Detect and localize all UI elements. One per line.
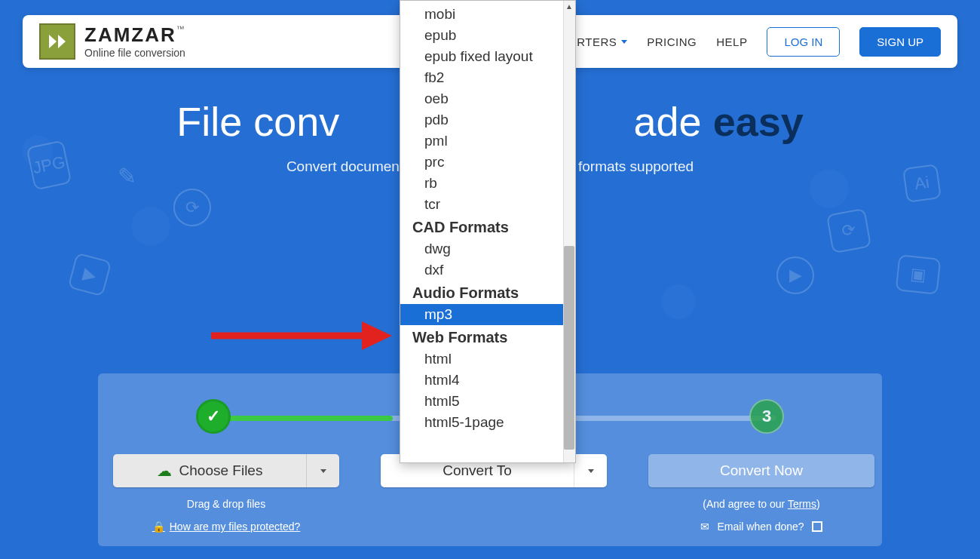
choose-files-label: Choose Files [179,462,263,479]
dropdown-option[interactable]: dxf [400,260,575,281]
dropdown-option[interactable]: html [400,349,575,370]
chevron-down-icon [588,469,594,473]
choose-files-button[interactable]: ☁ Choose Files [113,454,306,487]
hero-title-easy: easy [713,99,804,144]
scroll-up-icon[interactable]: ▲ [565,2,573,10]
brand-tagline: Online file conversion [84,48,185,58]
choose-files-dropdown[interactable] [306,454,339,487]
hero-subtitle-pre: Convert documents, [286,158,415,174]
signup-button[interactable]: SIGN UP [859,27,941,57]
envelope-icon: ✉ [700,521,709,533]
email-done-label: Email when done? [717,521,804,533]
dropdown-option[interactable]: mp3 [400,304,575,325]
dropdown-option[interactable]: prc [400,152,575,173]
scrollbar-thumb[interactable] [564,246,574,450]
files-protected-label: How are my files protected? [170,521,301,533]
deco-play2-icon: ▶ [776,256,814,294]
svg-marker-1 [362,321,392,350]
hero-title-pre: File conv [176,99,339,144]
agree-terms-text: (And agree to our Terms) [703,498,819,510]
dropdown-option[interactable]: epub fixed layout [400,46,575,67]
col-convert-to: Convert To [381,454,607,533]
chevron-down-icon [621,40,627,44]
dropdown-option[interactable]: fb2 [400,67,575,88]
cloud-upload-icon: ☁ [157,462,172,480]
nav-help[interactable]: HELP [716,35,747,48]
terms-link[interactable]: Terms [788,498,816,510]
dropdown-option[interactable]: mobi [400,4,575,25]
logo-mark-icon [39,23,75,60]
files-protected-link[interactable]: 🔒 How are my files protected? [152,521,301,533]
hero-title-mid: ade [634,99,702,144]
annotation-arrow-icon [211,317,392,355]
dropdown-option[interactable]: oeb [400,88,575,109]
logo[interactable]: ZAMZAR™ Online file conversion [39,23,185,60]
deco-refresh2-icon: ⟳ [826,208,871,253]
dropdown-list: mobiepubepub fixed layoutfb2oebpdbpmlprc… [400,1,575,462]
drag-drop-hint: Drag & drop files [187,498,265,510]
format-dropdown[interactable]: mobiepubepub fixed layoutfb2oebpdbpmlprc… [400,0,576,463]
chevron-down-icon [320,469,326,473]
dropdown-group-header: Audio Formats [400,281,575,304]
dropdown-option[interactable]: dwg [400,238,575,260]
lock-icon: 🔒 [152,521,165,533]
dropdown-group-header: CAD Formats [400,215,575,238]
main-nav: CONVERTERS PRICING HELP LOG IN SIGN UP [534,27,941,57]
col-convert-now: Convert Now (And agree to our Terms) ✉ E… [648,454,874,533]
dropdown-option[interactable]: tcr [400,194,575,215]
trademark: ™ [176,24,185,33]
dropdown-option[interactable]: rb [400,173,575,194]
email-done-row: ✉ Email when done? [700,521,822,533]
deco-image-icon: ▣ [896,254,942,295]
step-line-progress [204,416,393,421]
col-choose: ☁ Choose Files Drag & drop files 🔒 How a… [113,454,339,533]
brand-name: ZAMZAR [84,23,176,46]
convert-now-label: Convert Now [648,454,874,487]
choose-files-button-group: ☁ Choose Files [113,454,339,487]
convert-now-button[interactable]: Convert Now [648,454,874,487]
dropdown-group-header: Web Formats [400,325,575,349]
convert-to-dropdown[interactable] [574,454,607,487]
checkmark-icon: ✓ [207,407,220,426]
dropdown-option[interactable]: pdb [400,109,575,131]
hero-subtitle-post: + formats supported [566,158,694,174]
step-1-done: ✓ [196,399,231,434]
dropdown-option[interactable]: pml [400,131,575,152]
logo-text: ZAMZAR™ Online file conversion [84,25,185,58]
email-done-checkbox[interactable] [812,521,822,532]
step-3: 3 [749,399,784,434]
agree-pre: (And agree to our [703,498,788,510]
convert-to-label: Convert To [443,462,512,479]
dropdown-option[interactable]: html4 [400,370,575,391]
dropdown-scrollbar[interactable]: ▲ [563,1,575,462]
dropdown-option[interactable]: html5-1page [400,412,575,433]
action-row: ☁ Choose Files Drag & drop files 🔒 How a… [113,454,867,533]
login-button[interactable]: LOG IN [767,27,840,57]
nav-pricing[interactable]: PRICING [647,35,697,48]
dropdown-option[interactable]: html5 [400,391,575,412]
dropdown-option[interactable]: epub [400,25,575,46]
agree-post: ) [816,498,820,510]
